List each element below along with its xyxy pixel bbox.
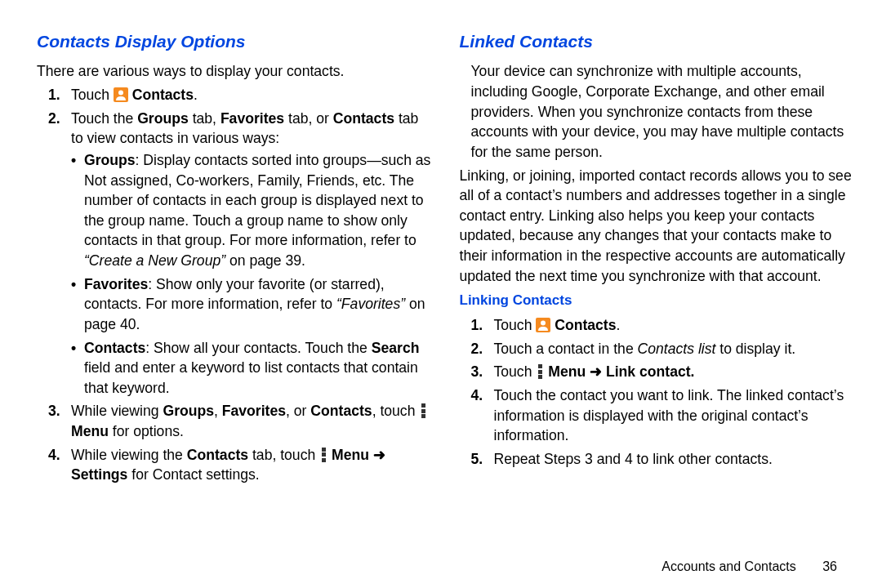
- text: tab, touch: [248, 447, 319, 463]
- bullet-head: Favorites: [84, 276, 148, 292]
- text: .: [194, 87, 198, 103]
- bullet-tail: on page 39.: [225, 252, 305, 269]
- page-footer: Accounts and Contacts 36: [662, 558, 837, 576]
- bullet-contacts: Contacts: Show all your contacts. Touch …: [71, 338, 431, 399]
- bullet-ref: “Favorites”: [336, 296, 405, 312]
- text: While viewing the: [71, 447, 187, 463]
- page-number: 36: [822, 559, 837, 573]
- settings-label: Settings: [71, 466, 127, 483]
- menu-label: Menu: [332, 447, 373, 463]
- right-step-2: Touch a contact in the Contacts list to …: [460, 339, 854, 359]
- bullet-favorites: Favorites: Show only your favorite (or s…: [71, 274, 431, 335]
- heading-linked-contacts: Linked Contacts: [460, 29, 854, 53]
- contacts-label: Contacts: [555, 317, 616, 333]
- left-step-4: While viewing the Contacts tab, touch Me…: [37, 445, 431, 485]
- bullet-ref: “Create a New Group”: [84, 252, 225, 269]
- contacts-label: Contacts: [310, 403, 372, 419]
- text: Repeat Steps 3 and 4 to link other conta…: [494, 451, 773, 467]
- intro-text: There are various ways to display your c…: [37, 61, 431, 82]
- right-step-3: Touch Menu ➜ Link contact.: [460, 362, 854, 382]
- right-step-1: Touch Contacts.: [460, 315, 854, 336]
- menu-label: Menu: [548, 363, 590, 380]
- text: Touch a contact in the: [494, 341, 638, 357]
- contact-icon: [114, 87, 128, 102]
- right-column: Linked Contacts Your device can synchron…: [460, 29, 854, 580]
- text: Touch: [494, 317, 537, 333]
- text: Touch: [494, 363, 537, 380]
- arrow-icon: ➜: [373, 447, 385, 463]
- menu-label: Menu: [71, 423, 109, 439]
- bullet-head: Groups: [84, 152, 136, 168]
- text: Touch the contact you want to link. The …: [494, 387, 844, 443]
- footer-section: Accounts and Contacts: [662, 559, 796, 573]
- groups-tab-label: Groups: [137, 110, 189, 127]
- left-bullets: Groups: Display contacts sorted into gro…: [71, 150, 431, 399]
- bullet-head: Contacts: [84, 340, 145, 356]
- bullet-body: : Display contacts sorted into groups—su…: [84, 152, 430, 249]
- text: While viewing: [71, 403, 163, 419]
- text: for options.: [109, 423, 184, 439]
- left-step-1: Touch Contacts.: [37, 85, 431, 105]
- text: , or: [286, 403, 310, 419]
- menu-icon: [536, 364, 544, 379]
- text: .: [617, 317, 621, 333]
- link-contact-label: Link contact.: [606, 363, 695, 380]
- subheading-linking-contacts: Linking Contacts: [460, 291, 854, 310]
- right-step-5: Repeat Steps 3 and 4 to link other conta…: [460, 449, 854, 470]
- text: tab,: [189, 110, 220, 127]
- contacts-label: Contacts: [187, 447, 248, 463]
- text: : Show all your contacts. Touch the: [145, 340, 371, 356]
- linked-para-2: Linking, or joining, imported contact re…: [460, 166, 854, 287]
- search-label: Search: [372, 340, 420, 356]
- text: , touch: [372, 403, 420, 419]
- text: field and enter a keyword to list contac…: [84, 359, 418, 396]
- left-step-2: Touch the Groups tab, Favorites tab, or …: [37, 109, 431, 399]
- text: Touch: [71, 87, 114, 103]
- svg-point-1: [118, 91, 123, 96]
- menu-icon: [319, 448, 327, 462]
- favorites-tab-label: Favorites: [220, 110, 284, 127]
- contacts-label: Contacts: [132, 87, 194, 103]
- linked-para-1: Your device can synchronize with multipl…: [460, 61, 854, 162]
- contacts-list-label: Contacts list: [638, 341, 716, 357]
- manual-page: Contacts Display Options There are vario…: [0, 0, 882, 588]
- text: Touch the: [71, 110, 137, 127]
- bullet-groups: Groups: Display contacts sorted into gro…: [71, 150, 431, 271]
- contacts-tab-label: Contacts: [333, 110, 394, 127]
- contact-icon: [536, 318, 550, 332]
- text: to display it.: [715, 341, 795, 357]
- heading-contacts-display-options: Contacts Display Options: [37, 29, 431, 53]
- svg-point-3: [541, 321, 546, 326]
- menu-icon: [419, 403, 427, 418]
- left-steps: Touch Contacts. Touch the Groups tab, Fa…: [37, 85, 431, 485]
- right-steps: Touch Contacts. Touch a contact in the C…: [460, 315, 854, 469]
- right-step-4: Touch the contact you want to link. The …: [460, 385, 854, 446]
- left-column: Contacts Display Options There are vario…: [37, 29, 431, 580]
- text: tab, or: [284, 110, 333, 127]
- arrow-icon: ➜: [590, 363, 606, 380]
- text: ,: [214, 403, 222, 419]
- favorites-label: Favorites: [222, 403, 286, 419]
- left-step-3: While viewing Groups, Favorites, or Cont…: [37, 401, 431, 441]
- text: for Contact settings.: [127, 466, 259, 483]
- groups-label: Groups: [163, 403, 214, 419]
